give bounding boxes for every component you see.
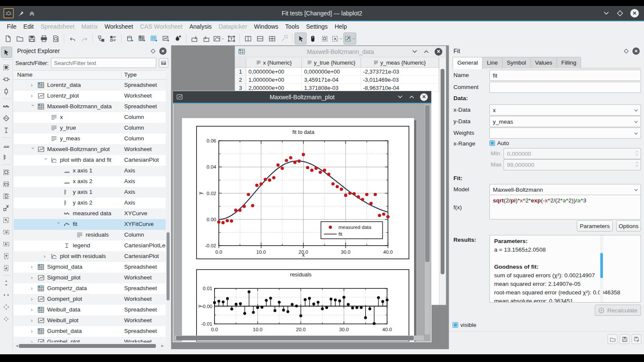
smooth-curve-icon[interactable] xyxy=(1,113,12,124)
tree-item-y-meas[interactable]: y_measColumn xyxy=(14,134,166,144)
worksheet-window[interactable]: Maxwell-Boltzmann_plot ✕ fit to data0.01… xyxy=(173,91,432,342)
new-workbook-icon[interactable] xyxy=(124,33,136,45)
new-spreadsheet-icon[interactable] xyxy=(136,33,148,45)
plot-fit-to-data[interactable]: fit to data0.010.020.030.040.0-0.020.000… xyxy=(196,126,409,259)
xy-curve-sm-icon[interactable] xyxy=(1,101,12,112)
tree-item-plot-with-data-and-fit[interactable]: ›plot with data and fitCartesianPlot xyxy=(14,155,166,166)
tree-item-y-axis-1[interactable]: y axis 1Axis xyxy=(14,187,166,198)
shift-up-icon[interactable] xyxy=(1,250,12,261)
menu-settings[interactable]: Settings xyxy=(303,23,331,30)
expand-arrow-icon[interactable]: › xyxy=(31,285,35,291)
layout-horizontal-icon[interactable] xyxy=(254,33,266,45)
axis-x-sm-icon[interactable] xyxy=(1,139,12,151)
fit-results-text[interactable]: Parameters:a = 13.1565±2.0508 Goodness o… xyxy=(489,235,641,303)
shift-left-icon[interactable] xyxy=(1,238,12,249)
sheet-column-header[interactable]: x {Numeric} xyxy=(246,58,302,67)
comment-field[interactable] xyxy=(489,82,641,93)
tree-item-maxwell-boltzmann-data[interactable]: ›Maxwell-Boltzmann_dataSpreadsheet xyxy=(14,101,166,112)
window-shade-up-icon[interactable] xyxy=(408,94,415,100)
new-plot-icon[interactable] xyxy=(212,33,225,45)
nav-h-icon[interactable] xyxy=(1,289,12,300)
parameters-button[interactable]: Parameters xyxy=(577,220,613,231)
new-text-frame-icon[interactable] xyxy=(225,33,237,45)
tree-item-lorentz-plot[interactable]: ›Lorentz_plotWorksheet xyxy=(14,91,166,101)
save-config-icon[interactable] xyxy=(620,334,629,344)
collapse-arrow-icon[interactable]: › xyxy=(30,147,36,151)
minimize-icon[interactable] xyxy=(603,10,610,17)
sheet-column-header[interactable]: y_true {Numeric} xyxy=(302,58,361,67)
cursor-arrow-icon[interactable] xyxy=(1,47,12,58)
tree-item-maxwell-boltzmann-plot[interactable]: ›Maxwell-Boltzmann_plotWorksheet xyxy=(14,144,166,155)
window-close-icon[interactable]: ✕ xyxy=(435,48,442,56)
zoom-region-y-icon[interactable] xyxy=(1,190,12,202)
nav-vh-icon[interactable] xyxy=(1,301,12,312)
tree-item-sigmoid-plot[interactable]: ›Sigmoid_plotWorksheet xyxy=(14,273,166,283)
tree-item-measured-data[interactable]: measured dataXYCurve xyxy=(14,208,166,219)
expand-arrow-icon[interactable]: › xyxy=(44,253,48,259)
tree-item-y-true[interactable]: y_trueColumn xyxy=(14,123,166,134)
project-explorer-icon[interactable] xyxy=(95,33,107,45)
import-file-icon[interactable] xyxy=(188,33,200,45)
save-icon[interactable] xyxy=(26,33,38,45)
menu-analysis[interactable]: Analysis xyxy=(186,23,215,30)
tree-item-x[interactable]: xColumn xyxy=(14,112,166,123)
sheet-cell[interactable]: 3,459171e-04 xyxy=(302,76,361,84)
tab-symbol[interactable]: Symbol xyxy=(502,57,531,68)
select-region-icon[interactable] xyxy=(1,62,12,73)
sheet-cell[interactable]: 0,000000e+00 xyxy=(302,68,361,76)
collapse-arrow-icon[interactable]: › xyxy=(43,158,49,162)
menu-help[interactable]: Help xyxy=(331,23,350,30)
zoom-region-icon[interactable] xyxy=(1,166,12,178)
new-matrix-icon[interactable] xyxy=(148,33,160,45)
expand-arrow-icon[interactable]: › xyxy=(31,317,35,323)
collapse-arrow-icon[interactable]: › xyxy=(56,222,62,226)
corner-out-icon[interactable] xyxy=(1,202,12,214)
worksheet-vertical-scrollbar[interactable] xyxy=(425,104,430,335)
menu-tools[interactable]: Tools xyxy=(282,23,303,30)
expand-arrow-icon[interactable]: › xyxy=(31,82,35,88)
cursor-arrow-icon[interactable] xyxy=(295,33,307,45)
legend-sm-icon[interactable] xyxy=(1,125,12,136)
layout-vertical-icon[interactable] xyxy=(242,33,254,45)
worksheet-window-titlebar[interactable]: Maxwell-Boltzmann_plot ✕ xyxy=(173,91,431,103)
close-dock-icon[interactable]: ✕ xyxy=(159,47,167,55)
tree-item-gompert-plot[interactable]: ›Gompert_plotWorksheet xyxy=(14,294,166,305)
tree-column-headers[interactable]: Name Type xyxy=(14,70,166,80)
menu-worksheet[interactable]: Worksheet xyxy=(101,23,137,30)
row-number[interactable]: 1 xyxy=(235,68,246,76)
expand-arrow-icon[interactable]: › xyxy=(31,264,35,270)
menu-file[interactable]: File xyxy=(3,23,20,30)
tree-item-fit[interactable]: ›fitXYFitCurve xyxy=(14,219,166,230)
column-header-name[interactable]: Name xyxy=(17,71,33,78)
maximize-icon[interactable] xyxy=(617,10,623,17)
collapse-toolbar-icon[interactable] xyxy=(29,10,35,17)
sheet-cell[interactable]: 1,000000e+00 xyxy=(246,76,302,84)
resize-h-icon[interactable] xyxy=(1,74,12,85)
mouse-mode-icon[interactable] xyxy=(307,33,319,45)
expand-arrow-icon[interactable]: › xyxy=(31,275,35,281)
plot-residuals[interactable]: residuals0.010.020.030.040.0-0.010.000.0… xyxy=(196,269,409,341)
tree-item-residuals[interactable]: residualsColumn xyxy=(14,230,166,240)
save-config-as-icon[interactable] xyxy=(632,334,641,344)
zoom-select-icon[interactable] xyxy=(319,33,331,45)
spreadsheet-window-titlebar[interactable]: Maxwell-Boltzmann_data ✕ xyxy=(235,46,446,57)
nav-all-icon[interactable] xyxy=(1,313,12,324)
y-data-combobox[interactable]: y_meas xyxy=(489,116,641,127)
corner-in-icon[interactable] xyxy=(1,214,12,226)
tree-item-x-axis-1[interactable]: x axis 1Axis xyxy=(14,166,166,176)
worksheet-page[interactable]: fit to data0.010.020.030.040.0-0.020.000… xyxy=(182,118,414,341)
zoom-fit-one-icon[interactable]: 1 xyxy=(343,33,356,45)
tree-item-sigmoid-data[interactable]: ›Sigmoid_dataSpreadsheet xyxy=(14,262,166,273)
name-field[interactable]: fit xyxy=(489,70,641,81)
tree-item-y-axis-2[interactable]: y axis 2Axis xyxy=(14,198,166,208)
window-shade-up-icon[interactable] xyxy=(423,48,429,55)
window-shade-down-icon[interactable] xyxy=(411,48,418,55)
expand-arrow-icon[interactable]: › xyxy=(31,296,35,302)
x-data-combobox[interactable]: x xyxy=(489,104,641,116)
close-icon[interactable]: ✕ xyxy=(630,9,639,18)
auto-checkbox[interactable] xyxy=(489,140,495,146)
results-scrollbar[interactable] xyxy=(600,235,603,302)
tab-values[interactable]: Values xyxy=(531,57,557,68)
tree-item-plot-with-residuals[interactable]: ›plot with residualsCartesianPlot xyxy=(14,251,166,262)
visible-checkbox-row[interactable]: visible xyxy=(453,322,477,328)
